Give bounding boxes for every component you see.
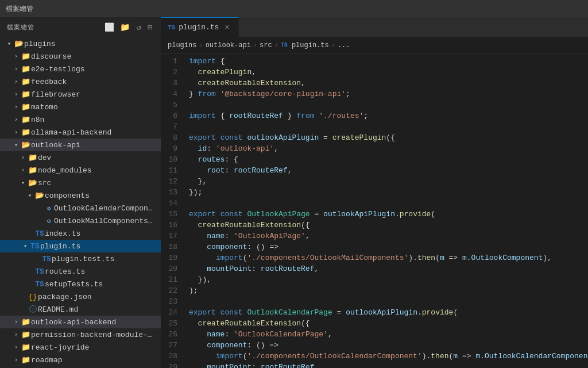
line-content: mountPoint: rootRouteRef, (187, 263, 588, 274)
sidebar-tree: ▾ 📂 plugins › 📁 discourse › 📁 e2e-testlo… (0, 37, 161, 368)
sidebar-item-readme[interactable]: ⓘ README.md (0, 303, 161, 316)
sidebar-item-components[interactable]: ▾ 📂 components (0, 189, 161, 202)
breadcrumb-item-src[interactable]: src (260, 41, 272, 49)
folder-icon: 📁 (21, 330, 31, 339)
sidebar-item-outlook-calendar-component[interactable]: ⚙ OutlookCalendarComponent.tsx (0, 202, 161, 214)
breadcrumb-separator: › (331, 41, 335, 49)
refresh-icon[interactable]: ↺ (135, 21, 142, 33)
code-editor[interactable]: 1 import { 2 createPlugin, 3 createRouta… (161, 53, 588, 368)
line-number: 13 (161, 187, 187, 198)
line-number: 27 (161, 340, 187, 351)
sidebar-item-e2e-testlogs[interactable]: › 📁 e2e-testlogs (0, 63, 161, 75)
ts-file-icon: TS (34, 280, 45, 289)
sidebar-item-label: e2e-testlogs (31, 65, 85, 74)
sidebar-item-index-ts[interactable]: TS index.ts (0, 227, 161, 240)
sidebar-item-label: README.md (38, 305, 78, 314)
line-content: }, (187, 176, 588, 187)
sidebar-item-node-modules[interactable]: › 📁 node_modules (0, 164, 161, 177)
code-line: 17 name: 'OutlookApiPage', (161, 231, 588, 241)
line-number: 11 (161, 165, 187, 176)
breadcrumb-separator: › (199, 41, 203, 49)
sidebar-item-plugin-test-ts[interactable]: TS plugin.test.ts (0, 252, 161, 265)
breadcrumb-item-plugins[interactable]: plugins (168, 41, 196, 49)
sidebar-item-label: node_modules (38, 166, 92, 175)
chevron-right-icon: › (11, 129, 21, 136)
new-folder-icon[interactable]: 📁 (119, 21, 131, 33)
line-number: 12 (161, 176, 187, 187)
sidebar-item-ollama-api-backend[interactable]: › 📁 ollama-api-backend (0, 126, 161, 139)
line-number: 14 (161, 198, 187, 209)
json-file-icon: {} (28, 293, 38, 301)
collapse-icon[interactable]: ⊟ (146, 21, 154, 33)
new-file-icon[interactable]: ⬜ (103, 21, 116, 33)
sidebar-item-react-joyride[interactable]: › 📁 react-joyride (0, 341, 161, 354)
code-line: 24 export const OutlookCalendarPage = ou… (161, 307, 588, 318)
sidebar-item-outlook-api-backend[interactable]: › 📁 outlook-api-backend (0, 316, 161, 328)
breadcrumb-item-ellipsis[interactable]: ... (338, 41, 350, 49)
sidebar-item-plugin-ts[interactable]: ▾ TS plugin.ts (0, 240, 161, 252)
title-bar: 檔案總管 (0, 0, 588, 17)
code-line: 27 component: () => (161, 340, 588, 351)
breadcrumb-item-ts-icon: TS (281, 42, 288, 48)
breadcrumb-item-outlook-api[interactable]: outlook-api (206, 41, 251, 49)
sidebar-item-label: plugin.test.ts (52, 255, 114, 263)
code-line: 16 createRoutableExtension({ (161, 220, 588, 231)
sidebar-item-label: setupTests.ts (45, 280, 103, 289)
line-number: 29 (161, 362, 187, 368)
sidebar-item-roadmap[interactable]: › 📁 roadmap (0, 354, 161, 366)
line-content: ); (187, 285, 588, 296)
folder-icon: 📁 (21, 52, 31, 61)
gear-ts-icon: ⚙ (44, 205, 54, 212)
sidebar-item-src[interactable]: ▾ 📂 src (0, 177, 161, 189)
line-number: 19 (161, 252, 187, 263)
sidebar-item-discourse[interactable]: › 📁 discourse (0, 50, 161, 63)
code-line: 18 component: () => (161, 241, 588, 252)
sidebar-item-permission-backend[interactable]: › 📁 permission-backend-module-custom-p..… (0, 328, 161, 341)
folder-icon: 📁 (21, 90, 31, 99)
folder-icon: 📁 (28, 166, 38, 175)
sidebar-item-label: routes.ts (45, 267, 85, 276)
line-content (187, 296, 588, 307)
sidebar-item-outlook-api[interactable]: ▾ 📂 outlook-api (0, 139, 161, 151)
code-line: 29 mountPoint: rootRouteRef, (161, 362, 588, 368)
code-line: 3 createRoutableExtension, (161, 78, 588, 89)
chevron-down-icon: ▾ (5, 40, 14, 47)
code-line: 25 createRoutableExtension({ (161, 318, 588, 329)
line-content: createRoutableExtension, (187, 78, 588, 89)
sidebar-item-routes-ts[interactable]: TS routes.ts (0, 265, 161, 278)
sidebar-item-plugins[interactable]: ▾ 📂 plugins (0, 37, 161, 50)
folder-icon: 📁 (21, 77, 31, 86)
ts-file-icon: TS (34, 229, 45, 238)
sidebar-item-matomo[interactable]: › 📁 matomo (0, 101, 161, 113)
sidebar-item-setup-tests-ts[interactable]: TS setupTests.ts (0, 278, 161, 290)
folder-icon: 📁 (21, 64, 31, 74)
tab-close-button[interactable]: × (222, 23, 231, 32)
folder-open-icon: 📂 (21, 140, 31, 150)
code-line: 9 id: 'outlook-api', (161, 143, 588, 154)
sidebar-item-label: permission-backend-module-custom-p... (31, 331, 156, 339)
code-line: 11 root: rootRouteRef, (161, 165, 588, 176)
line-number: 26 (161, 329, 187, 340)
line-number: 16 (161, 220, 187, 231)
breadcrumb-item-plugin-ts[interactable]: plugin.ts (292, 41, 329, 49)
sidebar-item-n8n[interactable]: › 📁 n8n (0, 113, 161, 126)
sidebar-item-feedback[interactable]: › 📁 feedback (0, 75, 161, 88)
chevron-down-icon: ▾ (11, 141, 21, 148)
line-content: createRoutableExtension({ (187, 318, 588, 329)
folder-icon: 📁 (21, 355, 31, 365)
folder-icon: 📁 (21, 115, 31, 124)
line-content: import('./components/OutlookMailComponen… (187, 252, 588, 263)
sidebar-item-filebrowser[interactable]: › 📁 filebrowser (0, 88, 161, 101)
tab-plugin-ts[interactable]: TS plugin.ts × (161, 17, 239, 37)
line-number: 6 (161, 110, 187, 121)
line-content: export const OutlookCalendarPage = outlo… (187, 307, 588, 318)
line-number: 2 (161, 67, 187, 78)
sidebar-item-outlook-mail-components[interactable]: ⚙ OutlookMailComponents.tsx (0, 214, 161, 227)
sidebar-item-dev[interactable]: › 📁 dev (0, 151, 161, 164)
line-number: 15 (161, 209, 187, 220)
line-number: 23 (161, 296, 187, 307)
ts-tab-icon: TS (168, 24, 175, 31)
editor-area: TS plugin.ts × plugins › outlook-api › s… (161, 17, 588, 368)
sidebar-item-package-json[interactable]: {} package.json (0, 290, 161, 303)
code-line: 28 import('./components/OutlookCalendarC… (161, 351, 588, 362)
